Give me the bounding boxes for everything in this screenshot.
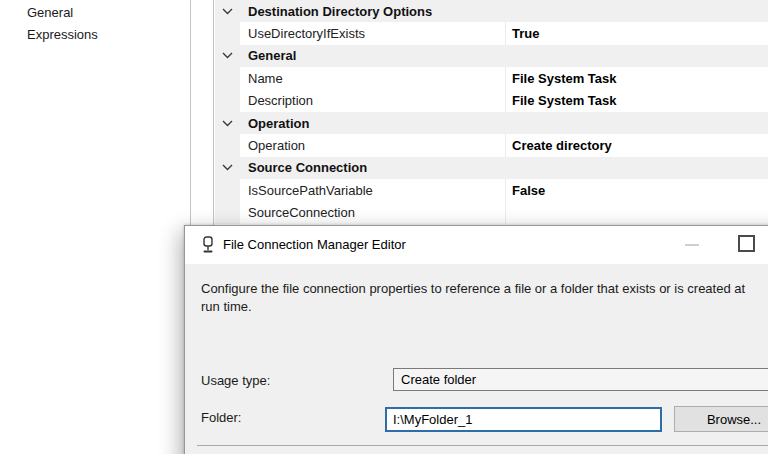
- chevron-down-icon: [222, 120, 233, 127]
- dialog-titlebar[interactable]: File Connection Manager Editor: [185, 226, 768, 264]
- dialog-body: Configure the file connection properties…: [185, 264, 768, 454]
- property-name: SourceConnection: [240, 205, 505, 220]
- property-grid: Destination Directory Options UseDirecto…: [215, 0, 768, 224]
- category-row-operation[interactable]: Operation: [215, 112, 768, 134]
- property-value[interactable]: False: [505, 179, 768, 201]
- property-row-description[interactable]: Description File System Task: [215, 90, 768, 112]
- property-name: Operation: [240, 138, 505, 153]
- nav-item-expressions[interactable]: Expressions: [0, 24, 190, 46]
- usage-type-dropdown[interactable]: Create folder: [393, 368, 768, 391]
- minimize-icon[interactable]: [685, 244, 699, 246]
- category-row-source-connection[interactable]: Source Connection: [215, 157, 768, 179]
- property-name: UseDirectoryIfExists: [240, 26, 505, 41]
- property-name: IsSourcePathVariable: [240, 183, 505, 198]
- category-label: Destination Directory Options: [240, 4, 432, 19]
- usage-type-value: Create folder: [401, 372, 476, 387]
- category-row-destination-directory-options[interactable]: Destination Directory Options: [215, 0, 768, 22]
- property-row-usedirectoryifexists[interactable]: UseDirectoryIfExists True: [215, 22, 768, 44]
- property-row-sourceconnection[interactable]: SourceConnection: [215, 202, 768, 224]
- category-label: General: [240, 48, 296, 63]
- property-row-operation[interactable]: Operation Create directory: [215, 134, 768, 156]
- connection-manager-icon: [200, 236, 216, 254]
- folder-label: Folder:: [201, 410, 241, 425]
- button-area-separator: [197, 445, 768, 446]
- property-value[interactable]: Create directory: [505, 134, 768, 156]
- dialog-description-line2: run time.: [201, 299, 252, 314]
- usage-type-label: Usage type:: [201, 373, 270, 388]
- maximize-icon[interactable]: [738, 235, 755, 252]
- chevron-down-icon: [222, 8, 233, 15]
- browse-button[interactable]: Browse...: [674, 406, 768, 432]
- property-value[interactable]: File System Task: [505, 90, 768, 112]
- property-row-issourcepathvariable[interactable]: IsSourcePathVariable False: [215, 179, 768, 201]
- property-row-name[interactable]: Name File System Task: [215, 67, 768, 89]
- dialog-title: File Connection Manager Editor: [223, 237, 406, 252]
- nav-item-general[interactable]: General: [0, 2, 190, 24]
- file-connection-manager-editor-dialog: File Connection Manager Editor Configure…: [184, 225, 768, 454]
- dialog-description-line1: Configure the file connection properties…: [201, 281, 745, 296]
- chevron-down-icon: [222, 164, 233, 171]
- category-label: Source Connection: [240, 160, 367, 175]
- property-value[interactable]: [505, 202, 768, 224]
- screen: General Expressions Destination Director…: [0, 0, 768, 454]
- editor-nav-panel: General Expressions: [0, 0, 190, 454]
- chevron-down-icon: [222, 52, 233, 59]
- folder-input[interactable]: [385, 407, 662, 432]
- category-label: Operation: [240, 116, 309, 131]
- category-row-general[interactable]: General: [215, 45, 768, 67]
- property-name: Description: [240, 93, 505, 108]
- property-value[interactable]: True: [505, 22, 768, 44]
- property-value[interactable]: File System Task: [505, 67, 768, 89]
- property-name: Name: [240, 71, 505, 86]
